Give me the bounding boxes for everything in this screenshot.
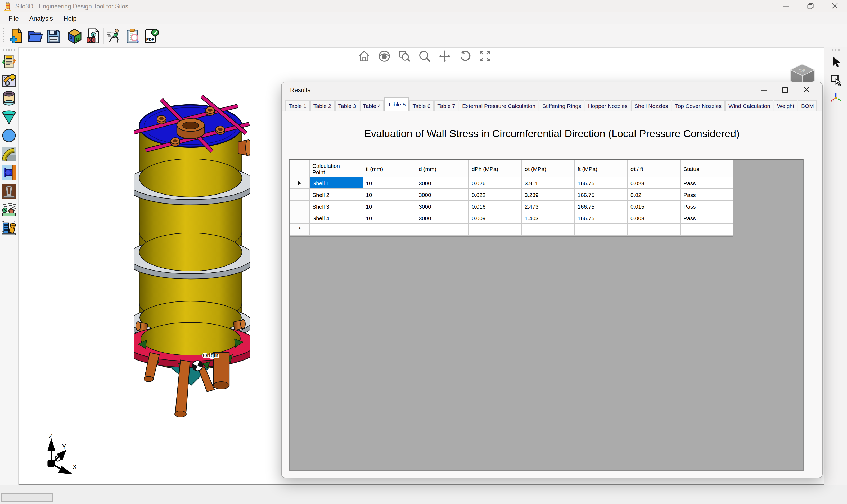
row-header[interactable] <box>290 212 310 224</box>
cell[interactable]: 10 <box>363 201 416 212</box>
rotate-icon[interactable] <box>458 50 471 62</box>
fit-screen-icon[interactable] <box>479 50 491 62</box>
design-idea-icon[interactable] <box>1 72 17 88</box>
tab-table-3[interactable]: Table 3 <box>335 100 359 111</box>
pan-icon[interactable] <box>438 50 451 62</box>
axis-triad-icon[interactable] <box>828 90 843 105</box>
tab-bom[interactable]: BOM <box>798 100 817 111</box>
cell[interactable]: 0.02 <box>628 189 681 201</box>
rectangle-select-icon[interactable] <box>828 72 843 87</box>
close-icon[interactable] <box>823 0 847 12</box>
tab-table-4[interactable]: Table 4 <box>360 100 384 111</box>
cell[interactable] <box>522 224 575 236</box>
minimize-icon[interactable] <box>774 0 798 12</box>
cell[interactable] <box>310 224 363 236</box>
home-icon[interactable] <box>358 50 371 62</box>
cell[interactable] <box>628 224 681 236</box>
tab-table-5[interactable]: Table 5 <box>384 97 409 111</box>
column-header-status[interactable]: Status <box>681 160 733 177</box>
cell[interactable]: 0.026 <box>469 177 522 189</box>
results-data-grid[interactable]: Calculation Pointti (mm)d (mm)dPh (MPa)σ… <box>289 159 804 471</box>
pipe-elbow-icon[interactable] <box>1 146 17 162</box>
cell[interactable]: 166.75 <box>575 177 628 189</box>
cell[interactable]: Pass <box>681 212 733 224</box>
cell[interactable]: 0.023 <box>628 177 681 189</box>
cell[interactable]: 1.403 <box>522 212 575 224</box>
cell[interactable]: Pass <box>681 201 733 212</box>
window-titlebar[interactable]: Silo3D - Engineering Design Tool for Sil… <box>0 0 847 12</box>
cell[interactable]: 3000 <box>416 189 469 201</box>
cell[interactable]: Shell 3 <box>310 201 363 212</box>
cell[interactable]: 166.75 <box>575 189 628 201</box>
tab-table-7[interactable]: Table 7 <box>434 100 458 111</box>
cell[interactable]: 3.911 <box>522 177 575 189</box>
cell[interactable] <box>416 224 469 236</box>
bottom-scrollbar-track[interactable] <box>0 485 847 504</box>
save-icon[interactable] <box>44 26 62 45</box>
dialog-maximize-icon[interactable] <box>774 82 796 97</box>
cell[interactable]: 166.75 <box>575 201 628 212</box>
cell[interactable] <box>575 224 628 236</box>
cell[interactable]: 10 <box>363 177 416 189</box>
column-header-t-ft[interactable]: σt / ft <box>628 160 681 177</box>
export-3d-file-icon[interactable]: 3D <box>84 26 102 45</box>
cell[interactable] <box>469 224 522 236</box>
results-dialog-titlebar[interactable]: Results <box>282 82 822 97</box>
cell[interactable]: 10 <box>363 212 416 224</box>
tab-table-1[interactable]: Table 1 <box>285 100 310 111</box>
select-cursor-icon[interactable] <box>828 54 843 69</box>
sidebar-grip[interactable] <box>3 49 15 51</box>
hopper-cone-icon[interactable] <box>1 109 17 125</box>
wind-load-icon[interactable] <box>1 202 17 218</box>
bottom-scrollbar-thumb[interactable] <box>1 493 53 502</box>
tab-wind-calculation[interactable]: Wind Calculation <box>725 100 773 111</box>
tab-table-6[interactable]: Table 6 <box>410 100 434 111</box>
tab-weight[interactable]: Weight <box>774 100 797 111</box>
cell[interactable]: 3.289 <box>522 189 575 201</box>
open-folder-icon[interactable] <box>25 26 44 45</box>
row-header[interactable] <box>290 177 310 189</box>
cell[interactable]: Pass <box>681 189 733 201</box>
column-header-calculation-point[interactable]: Calculation Point <box>310 160 363 177</box>
run-analysis-icon[interactable] <box>105 26 123 45</box>
cover-disc-icon[interactable] <box>1 128 17 143</box>
tab-stiffening-rings[interactable]: Stiffening Rings <box>539 100 584 111</box>
row-header[interactable] <box>290 201 310 212</box>
tab-top-cover-nozzles[interactable]: Top Cover Nozzles <box>672 100 725 111</box>
cell[interactable]: Shell 2 <box>310 189 363 201</box>
cell[interactable]: 3000 <box>416 212 469 224</box>
cell[interactable]: 0.008 <box>628 212 681 224</box>
cell[interactable] <box>363 224 416 236</box>
right-toolbar-grip[interactable] <box>832 49 840 51</box>
column-header-ft-mpa[interactable]: ft (MPa) <box>575 160 628 177</box>
cell[interactable]: Shell 4 <box>310 212 363 224</box>
support-bracket-icon[interactable] <box>1 183 17 199</box>
nozzle-icon[interactable] <box>1 165 17 181</box>
new-row-header[interactable]: * <box>290 224 310 236</box>
export-pdf-icon[interactable]: PDF <box>142 26 160 45</box>
cell[interactable] <box>681 224 733 236</box>
cell[interactable]: 166.75 <box>575 212 628 224</box>
cell[interactable]: 0.009 <box>469 212 522 224</box>
cell[interactable]: Pass <box>681 177 733 189</box>
menu-analysis[interactable]: Analysis <box>24 14 58 23</box>
restore-icon[interactable] <box>798 0 823 12</box>
view-3d-cube-icon[interactable]: 3 D <box>65 26 84 45</box>
cell[interactable]: 0.016 <box>469 201 522 212</box>
zoom-icon[interactable] <box>418 50 431 62</box>
report-review-icon[interactable] <box>123 26 142 45</box>
row-header[interactable] <box>290 189 310 201</box>
cell[interactable]: 0.015 <box>628 201 681 212</box>
new-file-icon[interactable] <box>7 26 25 45</box>
dialog-minimize-icon[interactable] <box>753 82 774 97</box>
document-sync-icon[interactable] <box>1 53 17 69</box>
cell[interactable]: Shell 1 <box>310 177 363 189</box>
tab-external-pressure-calculation[interactable]: External Pressure Calculation <box>459 100 539 111</box>
toolbar-grip[interactable] <box>3 28 4 44</box>
column-header-t-mpa[interactable]: σt (MPa) <box>522 160 575 177</box>
column-header-ti-mm[interactable]: ti (mm) <box>363 160 416 177</box>
shell-cylinder-icon[interactable] <box>1 91 17 106</box>
cell[interactable]: 10 <box>363 189 416 201</box>
column-header-d-mm[interactable]: d (mm) <box>416 160 469 177</box>
menu-file[interactable]: File <box>3 14 24 23</box>
